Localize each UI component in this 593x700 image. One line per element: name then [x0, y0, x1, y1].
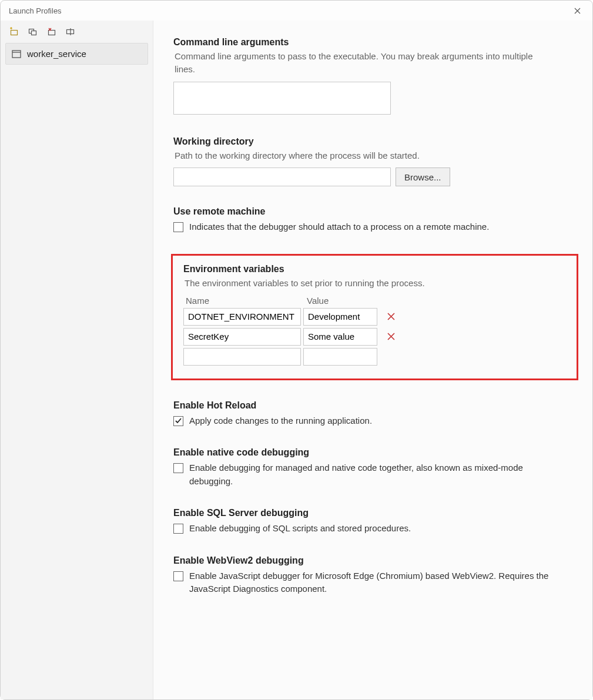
- browse-button[interactable]: Browse...: [396, 168, 450, 186]
- profiles-toolbar: [5, 24, 148, 43]
- env-delete-row-icon[interactable]: [383, 309, 398, 324]
- titlebar: Launch Profiles: [1, 1, 592, 21]
- hotreload-checkbox-label: Apply code changes to the running applic…: [189, 414, 372, 428]
- native-checkbox-label: Enable debugging for managed and native …: [189, 461, 561, 488]
- launch-profiles-dialog: Launch Profiles: [0, 0, 593, 700]
- cmdline-desc: Command line arguments to pass to the ex…: [175, 50, 551, 76]
- section-native: Enable native code debugging Enable debu…: [173, 447, 576, 488]
- env-name-input[interactable]: [183, 308, 301, 326]
- rename-profile-icon[interactable]: [65, 26, 76, 37]
- env-row: [183, 348, 566, 366]
- env-row: [183, 308, 566, 326]
- webview-checkbox[interactable]: [173, 571, 183, 581]
- close-button[interactable]: [569, 2, 585, 19]
- section-remote: Use remote machine Indicates that the de…: [173, 206, 576, 234]
- remote-checkbox[interactable]: [173, 222, 183, 232]
- env-heading: Environment variables: [183, 264, 566, 274]
- env-name-input[interactable]: [183, 328, 301, 346]
- workdir-desc: Path to the working directory where the …: [175, 149, 551, 162]
- section-hotreload: Enable Hot Reload Apply code changes to …: [173, 400, 576, 428]
- workdir-input[interactable]: [173, 168, 391, 186]
- cmdline-heading: Command line arguments: [173, 37, 576, 48]
- remote-checkbox-label: Indicates that the debugger should attac…: [189, 220, 489, 234]
- env-row: [183, 328, 566, 346]
- cmdline-input[interactable]: [173, 82, 391, 115]
- dialog-body: worker_service Command line arguments Co…: [1, 21, 592, 699]
- new-profile-icon[interactable]: [9, 26, 19, 37]
- profile-item-worker-service[interactable]: worker_service: [5, 43, 148, 65]
- env-desc: The environment variables to set prior t…: [185, 277, 561, 290]
- workdir-heading: Working directory: [173, 136, 576, 147]
- section-env-highlighted: Environment variables The environment va…: [171, 254, 578, 380]
- sql-heading: Enable SQL Server debugging: [173, 508, 576, 518]
- native-checkbox[interactable]: [173, 463, 183, 473]
- section-workdir: Working directory Path to the working di…: [173, 136, 576, 187]
- webview-heading: Enable WebView2 debugging: [173, 555, 576, 566]
- window-title: Launch Profiles: [9, 6, 62, 15]
- hotreload-checkbox[interactable]: [173, 416, 183, 426]
- delete-profile-icon[interactable]: [46, 26, 57, 37]
- sql-checkbox[interactable]: [173, 524, 183, 534]
- env-col-value: Value: [304, 296, 378, 306]
- remote-heading: Use remote machine: [173, 206, 576, 217]
- native-heading: Enable native code debugging: [173, 447, 576, 458]
- env-table: Name Value: [183, 296, 566, 366]
- env-value-input[interactable]: [303, 348, 377, 366]
- sql-checkbox-label: Enable debugging of SQL scripts and stor…: [189, 522, 411, 535]
- profiles-sidebar: worker_service: [1, 21, 153, 699]
- profile-settings: Command line arguments Command line argu…: [153, 21, 592, 699]
- hotreload-heading: Enable Hot Reload: [173, 400, 576, 411]
- section-webview: Enable WebView2 debugging Enable JavaScr…: [173, 555, 576, 596]
- env-value-input[interactable]: [303, 328, 377, 346]
- svg-rect-0: [11, 31, 18, 35]
- section-sql: Enable SQL Server debugging Enable debug…: [173, 508, 576, 535]
- svg-rect-2: [32, 31, 36, 35]
- webview-checkbox-label: Enable JavaScript debugger for Microsoft…: [189, 570, 561, 596]
- svg-rect-3: [49, 31, 55, 35]
- svg-rect-5: [12, 51, 21, 58]
- project-icon: [12, 50, 21, 58]
- duplicate-profile-icon[interactable]: [28, 26, 38, 37]
- section-cmdline: Command line arguments Command line argu…: [173, 37, 576, 116]
- env-col-name: Name: [183, 296, 301, 306]
- env-name-input[interactable]: [183, 348, 301, 366]
- env-value-input[interactable]: [303, 308, 377, 326]
- env-delete-row-icon[interactable]: [383, 329, 398, 344]
- profile-item-label: worker_service: [27, 49, 86, 59]
